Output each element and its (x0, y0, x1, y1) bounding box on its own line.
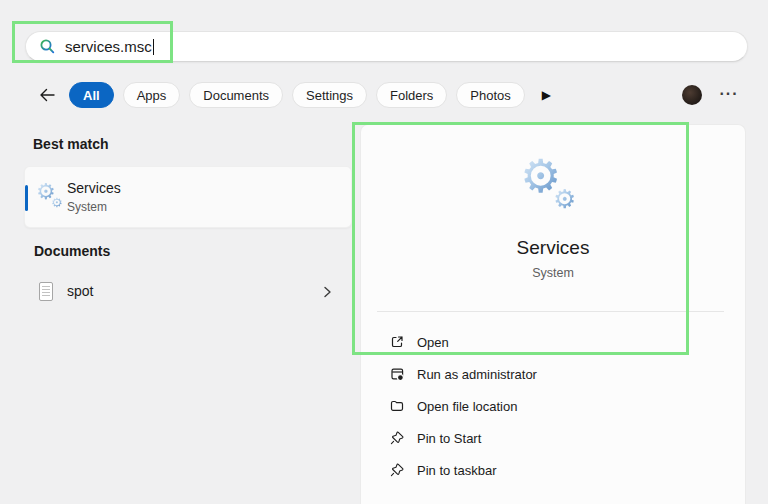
open-external-icon (389, 334, 405, 350)
preview-subtitle: System (361, 266, 745, 280)
back-button[interactable] (36, 85, 56, 105)
chevron-right-icon[interactable] (320, 284, 334, 300)
best-match-subtitle: System (67, 200, 107, 214)
services-gears-icon-large: ⚙ ⚙ (520, 153, 582, 217)
show-more-tabs-icon[interactable]: ▶ (542, 88, 551, 102)
search-query-text: services.msc (65, 38, 152, 55)
pin-icon (389, 462, 405, 478)
gear-small-icon: ⚙ (51, 196, 63, 209)
services-gears-icon: ⚙ ⚙ (36, 181, 70, 215)
pin-icon (389, 430, 405, 446)
action-pin-to-taskbar[interactable]: Pin to taskbar (373, 457, 733, 483)
document-title: spot (67, 283, 93, 299)
best-match-header: Best match (33, 136, 108, 152)
more-options-icon[interactable]: ··· (716, 83, 742, 105)
tab-documents[interactable]: Documents (189, 82, 283, 108)
action-pin-start-label: Pin to Start (417, 431, 481, 446)
search-input[interactable]: services.msc (25, 31, 748, 62)
windows-search-panel: services.msc All Apps Documents Settings… (0, 0, 768, 504)
search-icon (39, 38, 56, 55)
tab-all[interactable]: All (69, 82, 114, 108)
divider (377, 311, 724, 312)
search-filter-bar: All Apps Documents Settings Folders Phot… (36, 82, 551, 108)
action-run-admin-label: Run as administrator (417, 367, 537, 382)
run-as-admin-icon (389, 366, 405, 382)
result-preview-panel: ⚙ ⚙ Services System Open Run (360, 124, 746, 504)
document-result-spot[interactable]: spot (24, 272, 352, 312)
action-run-as-administrator[interactable]: Run as administrator (373, 361, 733, 387)
user-avatar[interactable] (682, 85, 702, 105)
text-caret (153, 39, 154, 55)
preview-title: Services (361, 237, 745, 259)
tab-apps[interactable]: Apps (123, 82, 181, 108)
selection-accent-bar (25, 185, 28, 211)
best-match-result-services[interactable]: ⚙ ⚙ Services System (24, 166, 352, 228)
tab-photos[interactable]: Photos (456, 82, 524, 108)
folder-icon (389, 398, 405, 414)
action-file-location-label: Open file location (417, 399, 517, 414)
action-pin-to-start[interactable]: Pin to Start (373, 425, 733, 451)
gear-small-icon: ⚙ (553, 186, 576, 212)
best-match-title: Services (67, 180, 121, 196)
back-arrow-icon (37, 86, 56, 104)
action-open[interactable]: Open (373, 329, 733, 355)
documents-section-header: Documents (34, 243, 110, 259)
action-open-label: Open (417, 335, 449, 350)
tab-settings[interactable]: Settings (292, 82, 367, 108)
tab-folders[interactable]: Folders (376, 82, 447, 108)
document-icon (38, 281, 54, 302)
action-pin-taskbar-label: Pin to taskbar (417, 463, 497, 478)
action-open-file-location[interactable]: Open file location (373, 393, 733, 419)
